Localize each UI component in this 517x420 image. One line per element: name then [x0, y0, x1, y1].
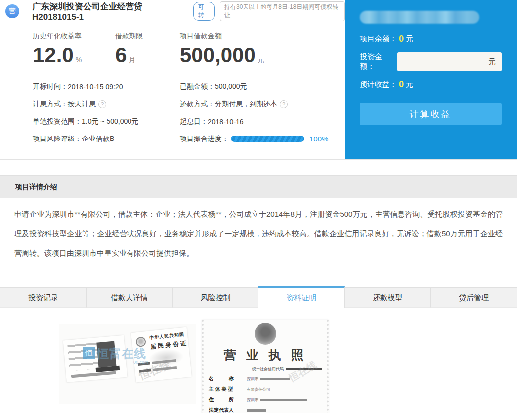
- field-value-text: 有限责任公司: [247, 387, 270, 392]
- stat-label: 历史年化收益率: [33, 32, 115, 41]
- detail-label: 项目风险评级：: [33, 135, 82, 143]
- project-type-badge-icon: 营: [5, 4, 19, 18]
- project-title: 广东深圳投资公司企业经营贷H20181015-1: [32, 1, 188, 22]
- stat-label: 项目借款金额: [180, 32, 264, 41]
- stat-value: 6月: [115, 45, 180, 66]
- help-icon[interactable]: ?: [98, 100, 106, 108]
- field-label: 住 所: [209, 396, 247, 403]
- detail-label: 开标时间：: [33, 82, 68, 91]
- field-value: 有限责任公司: [247, 387, 270, 392]
- key-stats: 历史年化收益率 12.0% 借款期限 6月 项目借款金额 500,000元: [5, 32, 345, 66]
- project-info: 营 广东深圳投资公司企业经营贷H20181015-1 可转 持有30天以上的每月…: [0, 0, 345, 159]
- stat-number: 12.0: [33, 43, 74, 67]
- field-value: 深圳市: [247, 397, 307, 403]
- tab-risk-control[interactable]: 风险控制: [173, 288, 259, 308]
- detail-label: 起息日：: [180, 117, 208, 126]
- watermark-logo-icon: 恒: [83, 347, 95, 359]
- help-icon[interactable]: ?: [280, 100, 288, 108]
- detail-repayment-method: 还款方式：分期付息，到期还本 ?: [180, 95, 345, 113]
- transfer-note-tag: 持有30天以上的每月8日-18日期间可债权转让: [220, 1, 345, 21]
- redaction-bar: [260, 378, 290, 380]
- tab-borrower-details[interactable]: 借款人详情: [87, 288, 173, 308]
- progress-bar-fill: [231, 136, 304, 142]
- detail-interest-start-date: 起息日：2018-10-16: [180, 113, 345, 130]
- stat-loan-term: 借款期限 6月: [115, 32, 180, 66]
- detail-value: 1.0元 ~ 500,000元: [82, 117, 138, 126]
- expected-value: 0: [399, 79, 404, 90]
- detail-value: 500,000元: [215, 82, 247, 91]
- license-field-address: 住 所 深圳市: [209, 396, 322, 403]
- expected-unit: 元: [406, 80, 413, 89]
- expected-return-row: 预计收益： 0 元: [360, 79, 502, 90]
- detail-label: 计息方式：: [33, 100, 68, 109]
- detail-funded-amount: 已融金额：500,000元: [180, 78, 345, 95]
- detail-value: 2018-10-16: [208, 118, 244, 126]
- field-value: 深圳市: [247, 376, 290, 382]
- expected-label: 预计收益：: [360, 80, 397, 89]
- detail-label: 项目撮合进度：: [180, 135, 229, 143]
- stat-unit: 月: [129, 56, 135, 64]
- license-field-type: 主 体 类 型 有限责任公司: [209, 386, 322, 393]
- detail-open-time: 开标时间：2018-10-15 09:20: [33, 78, 180, 95]
- license-field-legal-rep: 法定代表人: [209, 407, 322, 413]
- calculate-return-button[interactable]: 计算收益: [360, 103, 502, 125]
- field-label: 法定代表人: [209, 407, 247, 413]
- stat-loan-amount: 项目借款金额 500,000元: [180, 32, 264, 66]
- stat-number: 6: [115, 43, 127, 67]
- detail-label: 还款方式：: [180, 100, 215, 109]
- project-summary-card: 营 广东深圳投资公司企业经营贷H20181015-1 可转 持有30天以上的每月…: [0, 0, 517, 160]
- detail-label: 已融金额：: [180, 82, 215, 91]
- invest-panel: 项目余额： 0 元 投资金额： 元 预计收益： 0 元 计算收益: [345, 0, 517, 159]
- project-details: 开标时间：2018-10-15 09:20 计息方式：按天计息 ? 单笔投资范围…: [5, 78, 345, 147]
- balance-label: 项目余额：: [360, 34, 397, 44]
- tab-repayment-model[interactable]: 还款模型: [345, 288, 431, 308]
- detail-value: 2018-10-15 09:20: [68, 83, 123, 91]
- stat-label: 借款期限: [115, 32, 180, 41]
- redaction-bar: [260, 399, 307, 401]
- tab-post-loan-management[interactable]: 贷后管理: [431, 288, 517, 308]
- business-license-image[interactable]: 营 业 执 照 统一社会信用代码 名 称 深圳市 主 体 类 型 有限责任公司 …: [202, 320, 329, 413]
- details-left-column: 开标时间：2018-10-15 09:20 计息方式：按天计息 ? 单笔投资范围…: [33, 78, 180, 147]
- license-code-label: 统一社会信用代码: [252, 366, 284, 372]
- field-value: [247, 409, 266, 412]
- progress-percent-text: 100%: [309, 135, 328, 143]
- stat-value: 12.0%: [33, 45, 115, 66]
- invest-amount-row: 投资金额： 元: [360, 52, 502, 71]
- detail-match-progress: 项目撮合进度： 100%: [180, 130, 345, 147]
- amount-unit: 元: [488, 57, 496, 67]
- username-blurred: [360, 11, 479, 24]
- id-card-image[interactable]: 中华人民共和国 居民身份证 恒 恒富在线 00.com 恒在线: [59, 324, 196, 404]
- intro-section-title: 项目详情介绍: [0, 176, 517, 198]
- balance-value: 0: [399, 34, 404, 44]
- detail-invest-range: 单笔投资范围：1.0元 ~ 500,000元: [33, 113, 180, 130]
- balance-unit: 元: [406, 34, 413, 44]
- detail-value: 企业借款B: [82, 135, 114, 143]
- tab-content-documents: 中华人民共和国 居民身份证 恒 恒富在线 00.com 恒在线 营 业 执 照 …: [0, 308, 517, 413]
- detail-risk-rating: 项目风险评级：企业借款B: [33, 130, 180, 147]
- project-header: 营 广东深圳投资公司企业经营贷H20181015-1 可转 持有30天以上的每月…: [5, 4, 345, 19]
- project-balance-row: 项目余额： 0 元: [360, 34, 502, 44]
- project-intro-section: 项目详情介绍 申请企业为深圳市**有限公司，借款主体：企业；法人代表杨**，公司…: [0, 175, 517, 274]
- stat-unit: 元: [258, 56, 264, 64]
- national-emblem-icon: [255, 323, 276, 345]
- amount-input[interactable]: [397, 52, 502, 71]
- field-value-prefix: 深圳市: [247, 397, 258, 403]
- redaction-bar: [71, 371, 116, 378]
- progress-bar: [231, 136, 304, 142]
- transferable-tag: 可转: [193, 2, 215, 21]
- stat-unit: %: [76, 56, 82, 64]
- tab-document-proof[interactable]: 资料证明: [258, 286, 345, 308]
- detail-value: 分期付息，到期还本: [215, 100, 277, 109]
- detail-interest-method: 计息方式：按天计息 ?: [33, 95, 180, 113]
- field-label: 名 称: [209, 375, 247, 382]
- tab-invest-records[interactable]: 投资记录: [0, 288, 87, 308]
- amount-label: 投资金额：: [360, 52, 396, 71]
- detail-tabs: 投资记录 借款人详情 风险控制 资料证明 还款模型 贷后管理: [0, 287, 517, 308]
- redaction-bar: [247, 409, 266, 412]
- field-value-prefix: 深圳市: [247, 376, 258, 382]
- detail-label: 单笔投资范围：: [33, 117, 82, 126]
- intro-section-body: 申请企业为深圳市**有限公司，借款主体：企业；法人代表杨**，公司成立于2014…: [0, 198, 517, 274]
- stat-annual-rate: 历史年化收益率 12.0%: [33, 32, 115, 66]
- details-right-column: 已融金额：500,000元 还款方式：分期付息，到期还本 ? 起息日：2018-…: [180, 78, 345, 147]
- license-title: 营 业 执 照: [209, 347, 322, 363]
